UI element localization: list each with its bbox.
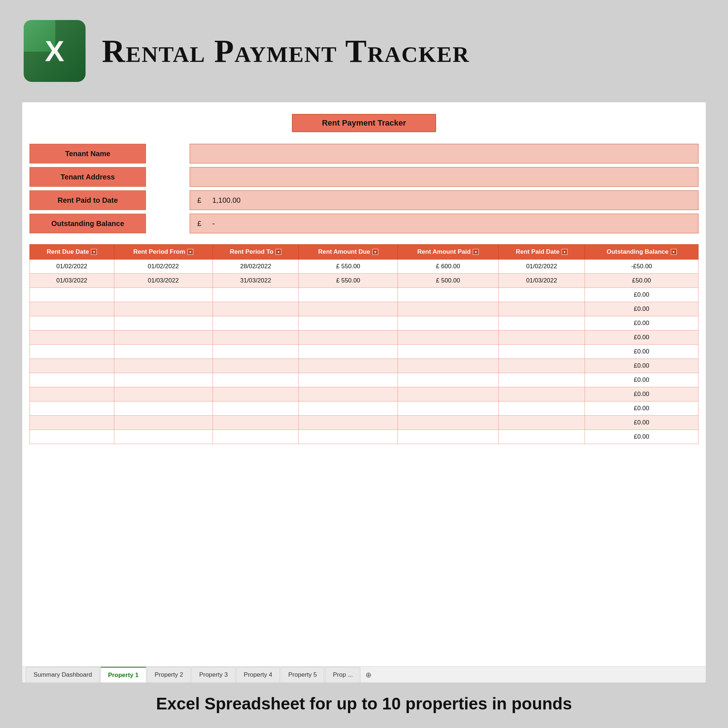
tab-property-4[interactable]: Property 4: [236, 667, 280, 682]
col-rent-amount-paid[interactable]: Rent Amount Paid ▼: [398, 245, 498, 260]
rent-paid-label: Rent Paid to Date: [29, 190, 146, 210]
table-row[interactable]: £0.00: [30, 401, 699, 416]
tenant-name-value[interactable]: [190, 144, 699, 164]
info-row-outstanding: Outstanding Balance £ -: [29, 214, 699, 233]
dropdown-arrow-4[interactable]: ▼: [372, 249, 378, 255]
table-row[interactable]: £0.00: [30, 416, 699, 430]
table-row[interactable]: 01/02/202201/02/202228/02/2022£ 550.00£ …: [30, 260, 699, 274]
dropdown-arrow-6[interactable]: ▼: [562, 249, 567, 255]
tenant-address-label: Tenant Address: [29, 167, 146, 187]
currency-symbol-1: £: [197, 196, 201, 205]
data-table: Rent Due Date ▼ Rent Period From ▼: [29, 244, 699, 444]
page-wrapper: X Rental Payment Tracker Rent Payment Tr…: [0, 0, 728, 728]
currency-symbol-2: £: [197, 219, 201, 228]
table-row[interactable]: £0.00: [30, 330, 699, 345]
header-section: X Rental Payment Tracker: [22, 15, 706, 87]
add-sheet-button[interactable]: ⊕: [361, 667, 376, 682]
col-outstanding-balance[interactable]: Outstanding Balance ▼: [585, 245, 699, 260]
outstanding-label: Outstanding Balance: [29, 214, 146, 233]
info-row-tenant-name: Tenant Name: [29, 144, 699, 164]
info-row-tenant-address: Tenant Address: [29, 167, 699, 187]
tab-prop-...[interactable]: Prop ...: [325, 667, 360, 682]
outstanding-amount: -: [212, 219, 215, 228]
dropdown-arrow-7[interactable]: ▼: [671, 249, 677, 255]
app-title: Rental Payment Tracker: [102, 33, 470, 70]
dropdown-arrow-2[interactable]: ▼: [187, 249, 193, 255]
table-row[interactable]: £0.00: [30, 288, 699, 302]
dropdown-arrow-1[interactable]: ▼: [91, 249, 97, 255]
info-row-rent-paid: Rent Paid to Date £ 1,100.00: [29, 190, 699, 210]
table-header-row: Rent Due Date ▼ Rent Period From ▼: [30, 245, 699, 260]
table-row[interactable]: £0.00: [30, 430, 699, 444]
tenant-address-value[interactable]: [190, 167, 699, 187]
tenant-name-label: Tenant Name: [29, 144, 146, 164]
footer-text: Excel Spreadsheet for up to 10 propertie…: [22, 694, 706, 713]
outstanding-value: £ -: [190, 214, 699, 233]
col-rent-period-to[interactable]: Rent Period To ▼: [213, 245, 299, 260]
tabs-bar: Summary DashboardProperty 1Property 2Pro…: [22, 667, 706, 682]
rent-paid-amount: 1,100.00: [212, 196, 241, 205]
dropdown-arrow-3[interactable]: ▼: [275, 249, 281, 255]
table-row[interactable]: 01/03/202201/03/202231/03/2022£ 550.00£ …: [30, 274, 699, 288]
table-section: Rent Due Date ▼ Rent Period From ▼: [22, 241, 706, 667]
col-rent-paid-date[interactable]: Rent Paid Date ▼: [498, 245, 584, 260]
table-row[interactable]: £0.00: [30, 373, 699, 387]
footer-section: Excel Spreadsheet for up to 10 propertie…: [22, 694, 706, 713]
table-row[interactable]: £0.00: [30, 302, 699, 316]
info-section: Tenant Name Tenant Address Rent Paid to …: [22, 140, 706, 241]
dropdown-arrow-5[interactable]: ▼: [473, 249, 479, 255]
col-rent-period-from[interactable]: Rent Period From ▼: [114, 245, 213, 260]
table-row[interactable]: £0.00: [30, 387, 699, 401]
tab-summary-dashboard[interactable]: Summary Dashboard: [26, 667, 100, 682]
tab-property-1[interactable]: Property 1: [101, 667, 146, 682]
excel-logo: X: [22, 18, 87, 84]
rent-paid-value: £ 1,100.00: [190, 190, 699, 210]
col-rent-amount-due[interactable]: Rent Amount Due ▼: [299, 245, 398, 260]
sheet-title-bar: Rent Payment Tracker: [284, 110, 443, 136]
table-row[interactable]: £0.00: [30, 359, 699, 373]
table-row[interactable]: £0.00: [30, 345, 699, 359]
tab-property-5[interactable]: Property 5: [281, 667, 324, 682]
svg-text:X: X: [45, 35, 64, 67]
tab-property-3[interactable]: Property 3: [191, 667, 235, 682]
col-rent-due-date[interactable]: Rent Due Date ▼: [30, 245, 114, 260]
table-row[interactable]: £0.00: [30, 316, 699, 330]
sheet-title-box: Rent Payment Tracker: [292, 114, 436, 132]
spreadsheet-container: Rent Payment Tracker Tenant Name Tenant …: [22, 102, 706, 683]
tab-property-2[interactable]: Property 2: [147, 667, 191, 682]
